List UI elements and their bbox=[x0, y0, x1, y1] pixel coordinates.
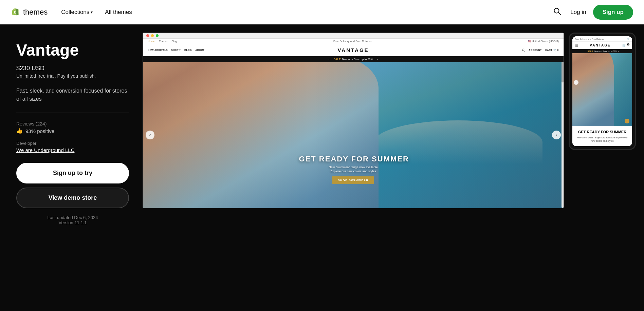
hero-text-overlay: GET READY FOR SUMMER New Swimwear range … bbox=[299, 155, 408, 184]
preview-theme-link[interactable]: Theme bbox=[159, 40, 167, 43]
mobile-top-bar: Free Delivery and Free Returns 🛒 bbox=[572, 36, 632, 42]
mobile-bottom-sub: New Swimwear range now available Explore… bbox=[575, 136, 629, 143]
preview-sale-arrow-right[interactable]: › bbox=[377, 58, 378, 61]
shopify-logo-icon bbox=[11, 7, 20, 17]
browser-dot-red bbox=[146, 34, 149, 37]
theme-title: Vantage bbox=[16, 41, 129, 59]
preview-info-row: Home Theme Blog Free Delivery and Free R… bbox=[143, 39, 564, 44]
mobile-sale-arrow-right[interactable]: › bbox=[618, 50, 619, 52]
mobile-hero-bg bbox=[572, 53, 632, 126]
preview-main-nav-links: NEW ARRIVALS SHOP ▾ BLOG ABOUT bbox=[148, 49, 205, 52]
mobile-cart-count[interactable]: 🛒 0 bbox=[622, 43, 629, 47]
mobile-sale-arrow-left[interactable]: ‹ bbox=[586, 50, 586, 52]
thumbs-up-icon: 👍 bbox=[16, 128, 23, 134]
mobile-bottom-heading: GET READY FOR SUMMER bbox=[575, 130, 629, 134]
svg-point-2 bbox=[522, 49, 524, 51]
mobile-hero-arrow-left[interactable]: ‹ bbox=[574, 80, 578, 85]
divider bbox=[16, 113, 129, 113]
svg-line-1 bbox=[558, 13, 560, 15]
preview-sale-bar: ‹ SALE Now on - Save up to 50% › bbox=[143, 56, 564, 62]
hero-heading: GET READY FOR SUMMER bbox=[299, 155, 408, 163]
mobile-sale-text: Now on - Save up to 50% bbox=[594, 50, 617, 52]
mobile-screen: Free Delivery and Free Returns 🛒 ☰ VANTA… bbox=[572, 36, 632, 146]
preview-main-nav: NEW ARRIVALS SHOP ▾ BLOG ABOUT VANTAGE A… bbox=[143, 44, 564, 56]
top-nav: themes Collections ▾ All themes Log in S… bbox=[0, 0, 644, 24]
trial-link[interactable]: Unlimited free trial. bbox=[16, 73, 56, 79]
developer-label: Developer bbox=[16, 141, 129, 146]
mobile-sale-bar: ‹ SALE Now on - Save up to 50% › bbox=[572, 49, 632, 53]
preview-blog-link[interactable]: Blog bbox=[171, 40, 177, 43]
preview-top-links: Home Theme Blog bbox=[148, 40, 177, 43]
sale-text: Now on - Save up to 50% bbox=[342, 58, 373, 61]
theme-price: $230 USD bbox=[16, 65, 129, 72]
svg-line-3 bbox=[524, 51, 525, 52]
hero-gradient-overlay bbox=[143, 62, 564, 208]
hero-arrow-right[interactable]: › bbox=[552, 131, 561, 139]
preview-account[interactable]: ACCOUNT bbox=[529, 49, 542, 51]
preview-nav-shop[interactable]: SHOP ▾ bbox=[171, 49, 181, 52]
mobile-top-info: Free Delivery and Free Returns bbox=[575, 38, 604, 40]
preview-region: 🇺🇸 United States (USD $) bbox=[528, 40, 559, 43]
hero-arrow-left[interactable]: ‹ bbox=[146, 131, 154, 139]
logo-text: themes bbox=[23, 8, 48, 17]
signup-button[interactable]: Sign up bbox=[593, 5, 633, 20]
preview-nav-about[interactable]: ABOUT bbox=[195, 49, 204, 52]
preview-nav-blog[interactable]: BLOG bbox=[184, 49, 192, 52]
reviews-positive: 👍 93% positive bbox=[16, 128, 129, 134]
search-icon[interactable] bbox=[553, 7, 561, 17]
view-demo-button[interactable]: View demo store bbox=[16, 188, 129, 208]
sale-label: SALE bbox=[333, 58, 341, 61]
preview-brand-center: VANTAGE bbox=[337, 47, 369, 53]
last-updated: Last updated Dec 6, 2024 bbox=[16, 215, 129, 220]
developer-name[interactable]: We are Underground LLC bbox=[16, 147, 75, 153]
preview-home-link[interactable]: Home bbox=[148, 40, 155, 43]
preview-nav-right: ACCOUNT CART 🛒 0 bbox=[522, 48, 559, 52]
mobile-main-nav: ☰ VANTAGE 🛒 0 bbox=[572, 42, 632, 49]
version: Version 11.1.1 bbox=[16, 220, 129, 225]
reviews-label: Reviews (224) bbox=[16, 121, 129, 127]
hero-sub1: New Swimwear range now available bbox=[299, 166, 408, 169]
preview-free-delivery: Free Delivery and Free Returns bbox=[333, 40, 371, 43]
theme-description: Fast, sleek, and conversion focused for … bbox=[16, 87, 129, 103]
mobile-sale-label: SALE bbox=[587, 50, 593, 52]
all-themes-button[interactable]: All themes bbox=[105, 9, 132, 16]
hero-sub2: Explore our new colors and styles bbox=[299, 170, 408, 173]
mobile-hero-dot: › bbox=[625, 119, 629, 123]
browser-dot-green bbox=[156, 34, 159, 37]
update-info: Last updated Dec 6, 2024 Version 11.1.1 bbox=[16, 215, 129, 225]
preview-scrollbar bbox=[562, 62, 564, 208]
browser-top-bar bbox=[143, 33, 564, 39]
logo-link[interactable]: themes bbox=[11, 7, 48, 17]
collections-chevron-icon: ▾ bbox=[91, 10, 93, 15]
right-panel: Home Theme Blog Free Delivery and Free R… bbox=[143, 24, 644, 311]
preview-cart[interactable]: CART 🛒 0 bbox=[545, 49, 559, 52]
hero-shop-btn[interactable]: SHOP SWIMWEAR bbox=[332, 176, 374, 184]
main-content: Vantage $230 USD Unlimited free trial. P… bbox=[0, 24, 644, 311]
mobile-brand: VANTAGE bbox=[590, 43, 610, 47]
hamburger-icon[interactable]: ☰ bbox=[575, 43, 578, 47]
developer-section: Developer We are Underground LLC bbox=[16, 141, 129, 153]
left-panel: Vantage $230 USD Unlimited free trial. P… bbox=[0, 24, 143, 311]
collections-button[interactable]: Collections bbox=[61, 9, 89, 16]
mobile-preview: Free Delivery and Free Returns 🛒 ☰ VANTA… bbox=[569, 33, 636, 150]
mobile-bottom-text: GET READY FOR SUMMER New Swimwear range … bbox=[572, 126, 632, 146]
signup-to-try-button[interactable]: Sign up to try bbox=[16, 163, 129, 183]
desktop-preview: Home Theme Blog Free Delivery and Free R… bbox=[143, 33, 564, 208]
mobile-cart-icon[interactable]: 🛒 bbox=[627, 38, 629, 40]
preview-scroll-thumb[interactable] bbox=[562, 62, 564, 82]
preview-hero: ‹ › GET READY FOR SUMMER New Swimwear ra… bbox=[143, 62, 564, 208]
reviews-section: Reviews (224) 👍 93% positive bbox=[16, 121, 129, 134]
mobile-hero: ‹ › bbox=[572, 53, 632, 126]
theme-trial: Unlimited free trial. Pay if you publish… bbox=[16, 73, 129, 79]
preview-sale-arrow-left[interactable]: ‹ bbox=[329, 58, 330, 61]
login-button[interactable]: Log in bbox=[570, 9, 586, 16]
preview-nav-new-arrivals[interactable]: NEW ARRIVALS bbox=[148, 49, 168, 52]
browser-dot-yellow bbox=[151, 34, 154, 37]
